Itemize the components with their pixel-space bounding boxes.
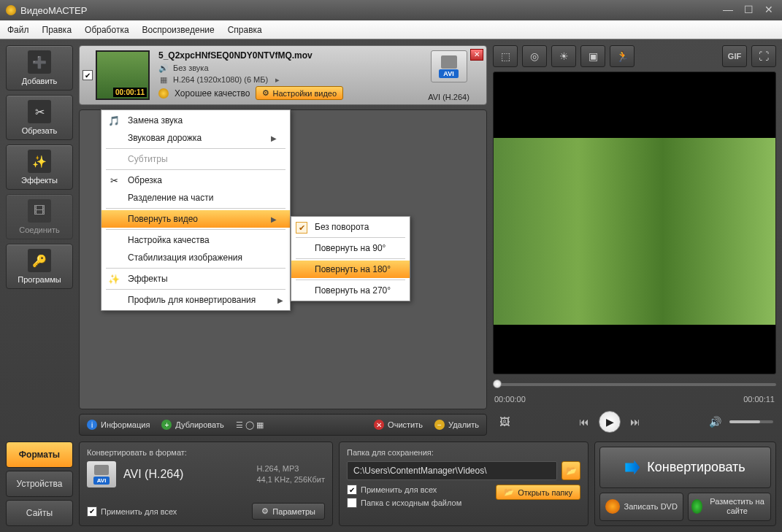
menu-playback[interactable]: Воспроизведение bbox=[142, 25, 215, 35]
file-thumbnail[interactable]: 00:00:11 bbox=[96, 50, 150, 100]
menu-processing[interactable]: Обработка bbox=[85, 25, 129, 35]
folder-icon: 📂 bbox=[504, 487, 514, 497]
delete-button[interactable]: −Удалить bbox=[434, 420, 479, 430]
save-path-input[interactable]: C:\Users\ContentManager\Videos\ bbox=[347, 461, 557, 480]
gif-tool[interactable]: GIF bbox=[722, 45, 747, 67]
volume-slider[interactable] bbox=[729, 420, 773, 423]
enhance-tool[interactable]: ◎ bbox=[522, 45, 547, 67]
clear-button[interactable]: ✕Очистить bbox=[374, 420, 423, 430]
rotate-none[interactable]: ✔Без поворота bbox=[291, 218, 410, 236]
effects-icon: ✨ bbox=[107, 272, 120, 285]
rotate-270[interactable]: Повернуть на 270° bbox=[291, 282, 410, 299]
file-codec: H.264 (1920x1080) (6 МБ) bbox=[173, 75, 268, 84]
globe-icon bbox=[691, 499, 703, 514]
tab-sites[interactable]: Сайты bbox=[6, 500, 73, 526]
open-folder-button[interactable]: 📂Открыть папку bbox=[496, 485, 580, 500]
info-icon: i bbox=[87, 420, 97, 430]
titlebar: ВидеоМАСТЕР — ☐ ✕ bbox=[0, 0, 782, 20]
menu-effects[interactable]: ✨Эффекты bbox=[101, 270, 290, 288]
folder-box: Папка для сохранения: C:\Users\ContentMa… bbox=[339, 442, 589, 526]
browse-folder-button[interactable]: 📂 bbox=[561, 461, 580, 480]
tab-formats[interactable]: Форматы bbox=[6, 442, 73, 468]
rotate-180[interactable]: Повернуть на 180° bbox=[291, 261, 410, 278]
speed-tool[interactable]: 🏃 bbox=[610, 45, 635, 67]
format-box-title: Конвертировать в формат: bbox=[87, 448, 325, 457]
sidebar-cut[interactable]: ✂Обрезать bbox=[6, 95, 73, 140]
seek-bar[interactable] bbox=[493, 379, 776, 390]
maximize-button[interactable]: ☐ bbox=[741, 5, 756, 15]
menu-replace-audio[interactable]: 🎵Замена звука bbox=[101, 112, 290, 129]
menu-edit[interactable]: Правка bbox=[42, 25, 72, 35]
prev-button[interactable]: ⏮ bbox=[575, 413, 593, 431]
brightness-tool[interactable]: ☀ bbox=[551, 45, 576, 67]
preview-frame bbox=[494, 138, 775, 325]
key-icon: 🔑 bbox=[28, 249, 51, 272]
format-badge: AVI bbox=[439, 69, 458, 78]
folder-same-source[interactable]: ✔Папка с исходным файлом bbox=[347, 498, 461, 508]
format-apply-all[interactable]: ✔Применить для всех bbox=[87, 506, 177, 517]
rotate-90[interactable]: Повернуть на 90° bbox=[291, 239, 410, 257]
time-total: 00:00:11 bbox=[743, 395, 775, 404]
video-settings-button[interactable]: ⚙Настройки видео bbox=[256, 86, 343, 100]
checkbox-icon: ✔ bbox=[87, 506, 97, 517]
submenu-arrow-icon: ▶ bbox=[271, 215, 277, 223]
quality-star-icon bbox=[158, 88, 169, 99]
checkbox-icon: ✔ bbox=[347, 485, 357, 495]
app-logo-icon bbox=[6, 5, 16, 15]
video-icon: ▦ bbox=[158, 74, 169, 85]
params-button[interactable]: ⚙Параметры bbox=[252, 503, 325, 520]
output-format-text: AVI (H.264) bbox=[428, 93, 469, 101]
format-icon[interactable]: AVI bbox=[87, 461, 116, 487]
frame-tool[interactable]: ▣ bbox=[580, 45, 605, 67]
file-audio: Без звука bbox=[173, 63, 209, 72]
play-mini-icon[interactable]: ▸ bbox=[272, 74, 283, 85]
output-format-icon[interactable]: AVI bbox=[431, 50, 467, 82]
sidebar-add[interactable]: ➕Добавить bbox=[6, 45, 73, 90]
menubar: Файл Правка Обработка Воспроизведение Сп… bbox=[0, 20, 782, 39]
format-box: Конвертировать в формат: AVI AVI (H.264)… bbox=[79, 442, 333, 526]
crop-tool[interactable]: ⬚ bbox=[493, 45, 518, 67]
menu-crop[interactable]: ✂Обрезка bbox=[101, 171, 290, 189]
menu-rotate[interactable]: Повернуть видео▶ bbox=[101, 210, 290, 228]
wand-icon: ✨ bbox=[28, 150, 51, 173]
burn-dvd-button[interactable]: Записать DVD bbox=[599, 493, 683, 521]
menu-stabilize[interactable]: Стабилизация изображения bbox=[101, 249, 290, 266]
upload-site-button[interactable]: Разместить на сайте bbox=[688, 493, 772, 521]
menu-quality[interactable]: Настройка качества bbox=[101, 231, 290, 249]
menu-help[interactable]: Справка bbox=[228, 25, 262, 35]
sidebar-effects[interactable]: ✨Эффекты bbox=[6, 144, 73, 190]
fullscreen-tool[interactable]: ⛶ bbox=[751, 45, 776, 67]
file-item[interactable]: ✔ 00:00:11 5_Q2xpcHNfSEQ0NDY0NTVfMQ.mov … bbox=[79, 45, 487, 105]
camera-icon bbox=[441, 55, 457, 69]
submenu-arrow-icon: ▶ bbox=[271, 134, 277, 142]
preview-area[interactable] bbox=[493, 72, 776, 374]
menu-file[interactable]: Файл bbox=[7, 25, 29, 35]
menu-split[interactable]: Разделение на части bbox=[101, 189, 290, 207]
duplicate-button[interactable]: +Дублировать bbox=[161, 420, 223, 430]
sidebar-programs[interactable]: 🔑Программы bbox=[6, 244, 73, 289]
minimize-button[interactable]: — bbox=[721, 5, 735, 15]
remove-file-button[interactable]: ✕ bbox=[470, 49, 483, 61]
next-button[interactable]: ⏭ bbox=[626, 413, 644, 431]
format-name[interactable]: AVI (H.264) bbox=[123, 468, 183, 481]
sidebar: ➕Добавить ✂Обрезать ✨Эффекты 🎞Соединить … bbox=[6, 45, 73, 436]
close-window-button[interactable]: ✕ bbox=[762, 5, 776, 15]
add-icon: ➕ bbox=[28, 50, 51, 74]
menu-profile[interactable]: Профиль для конвертирования▶ bbox=[101, 291, 290, 309]
play-button[interactable]: ▶ bbox=[599, 411, 621, 433]
menu-subtitles[interactable]: Субтитры bbox=[101, 150, 290, 168]
tab-devices[interactable]: Устройства bbox=[6, 471, 73, 497]
format-tabs: Форматы Устройства Сайты bbox=[6, 442, 73, 526]
seek-handle[interactable] bbox=[493, 379, 502, 388]
info-button[interactable]: iИнформация bbox=[87, 420, 150, 430]
folder-apply-all[interactable]: ✔Применить для всех bbox=[347, 485, 461, 495]
convert-button[interactable]: Конвертировать bbox=[599, 447, 771, 488]
sidebar-join[interactable]: 🎞Соединить bbox=[6, 194, 73, 239]
camera-icon bbox=[94, 465, 109, 475]
file-checkbox[interactable]: ✔ bbox=[83, 70, 93, 80]
view-toggle[interactable]: ☰ ◯ ▦ bbox=[236, 420, 264, 430]
volume-icon[interactable]: 🔊 bbox=[706, 413, 724, 431]
menu-audio-track[interactable]: Звуковая дорожка▶ bbox=[101, 129, 290, 147]
list-footer: iИнформация +Дублировать ☰ ◯ ▦ ✕Очистить… bbox=[79, 414, 487, 436]
snapshot-button[interactable]: 🖼 bbox=[496, 413, 513, 431]
